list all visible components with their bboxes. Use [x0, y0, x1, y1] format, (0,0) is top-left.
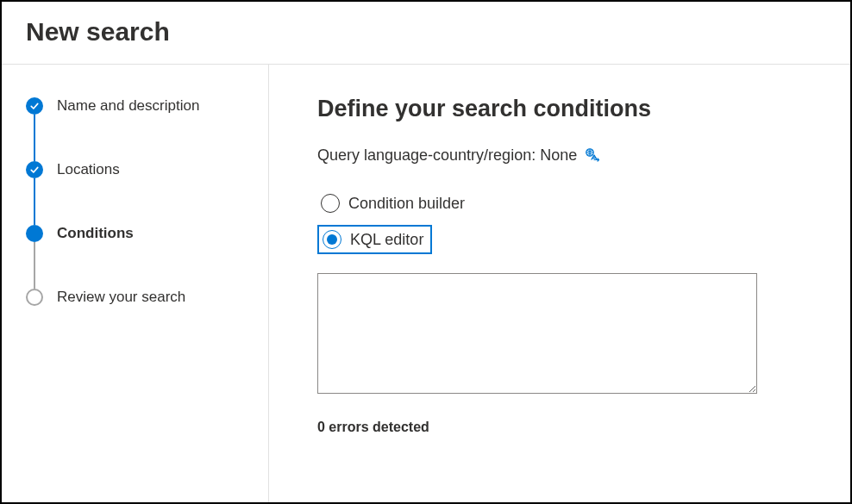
radio-dot-icon — [327, 234, 337, 245]
query-language-label: Query language-country/region: None — [317, 146, 577, 165]
radio-condition-builder[interactable]: Condition builder — [317, 190, 472, 216]
wizard-sidebar: Name and description Locations Condition… — [2, 65, 269, 504]
step-label: Conditions — [57, 225, 134, 242]
step-label: Review your search — [57, 289, 185, 306]
current-step-icon — [26, 225, 43, 242]
radio-kql-editor[interactable]: KQL editor — [317, 225, 432, 254]
page-header: New search — [2, 2, 850, 65]
wizard-steps: Name and description Locations Condition… — [26, 97, 251, 306]
page-title: New search — [26, 17, 826, 47]
page-body: Name and description Locations Condition… — [2, 65, 850, 504]
check-icon — [26, 161, 43, 178]
radio-label: Condition builder — [348, 195, 465, 213]
editor-mode-radio-group: Condition builder KQL editor — [317, 190, 802, 254]
step-label: Locations — [57, 161, 120, 178]
radio-icon — [321, 194, 340, 213]
step-locations[interactable]: Locations — [26, 161, 251, 178]
errors-detected-label: 0 errors detected — [317, 420, 802, 435]
radio-label: KQL editor — [350, 231, 423, 249]
step-connector — [34, 178, 35, 225]
query-language-row: Query language-country/region: None — [317, 146, 802, 165]
step-name-description[interactable]: Name and description — [26, 97, 251, 115]
main-heading: Define your search conditions — [317, 96, 802, 122]
radio-icon — [323, 230, 341, 249]
step-label: Name and description — [57, 97, 199, 115]
step-connector — [34, 242, 35, 289]
pending-step-icon — [26, 289, 43, 306]
main-content: Define your search conditions Query lang… — [269, 65, 850, 504]
step-connector — [34, 115, 35, 161]
kql-editor-textarea[interactable] — [317, 273, 757, 394]
step-conditions[interactable]: Conditions — [26, 225, 251, 242]
check-icon — [26, 97, 43, 115]
translate-icon[interactable] — [584, 147, 601, 165]
step-review[interactable]: Review your search — [26, 289, 251, 306]
